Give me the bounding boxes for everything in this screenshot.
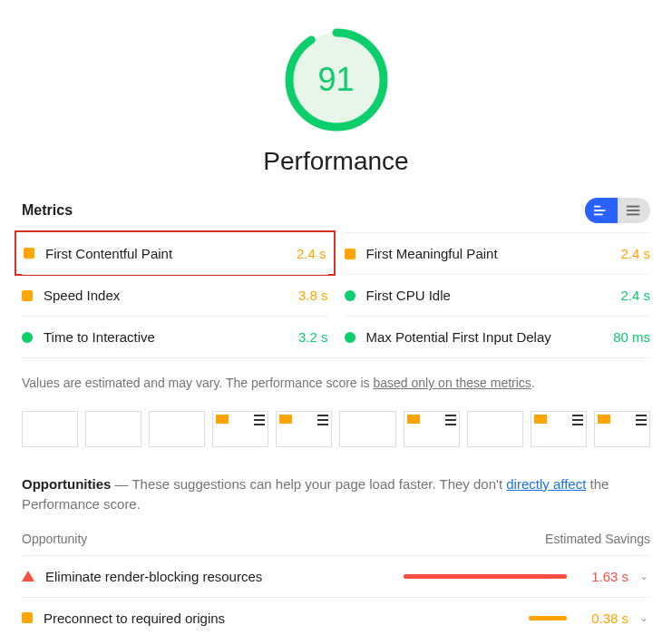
filmstrip-frame — [212, 411, 268, 447]
chevron-down-icon: ⌄ — [639, 611, 650, 624]
note-link[interactable]: based only on these metrics — [374, 376, 531, 390]
status-green-icon — [345, 290, 355, 301]
opportunity-row[interactable]: Preconnect to required origins0.38 s⌄ — [22, 597, 650, 635]
metrics-grid: First Contentful Paint2.4 sFirst Meaning… — [22, 232, 650, 357]
score-gauge: 91 — [282, 25, 391, 134]
metric-row[interactable]: Speed Index3.8 s — [22, 274, 328, 316]
view-detailed-button[interactable] — [618, 198, 650, 223]
metric-name: Time to Interactive — [44, 329, 155, 345]
filmstrip-frame — [594, 411, 650, 447]
metric-row[interactable]: First CPU Idle2.4 s — [345, 274, 651, 316]
metric-name: First Meaningful Paint — [366, 246, 498, 261]
opportunity-row[interactable]: Eliminate render-blocking resources1.63 … — [22, 555, 650, 597]
savings-bar-wrap — [385, 616, 567, 620]
chevron-down-icon: ⌄ — [639, 570, 650, 582]
metric-row[interactable]: First Meaningful Paint2.4 s — [345, 232, 651, 274]
opp-intro-link[interactable]: directly affect — [506, 476, 586, 492]
detailed-view-icon — [627, 205, 641, 216]
svg-rect-6 — [627, 210, 639, 211]
opportunities-intro: Opportunities — These suggestions can he… — [22, 474, 650, 515]
triangle-red-icon — [22, 571, 34, 581]
opp-intro-text: — These suggestions can help your page l… — [111, 476, 506, 492]
svg-rect-5 — [627, 206, 639, 208]
metric-name: Max Potential First Input Delay — [366, 329, 551, 345]
opportunity-name: Preconnect to required origins — [44, 611, 375, 626]
compact-view-icon — [594, 205, 609, 216]
metrics-note: Values are estimated and may vary. The p… — [22, 358, 650, 411]
note-suffix: . — [531, 376, 535, 390]
filmstrip-frame — [531, 411, 587, 447]
opportunity-name: Eliminate render-blocking resources — [45, 569, 375, 584]
status-orange-icon — [22, 612, 33, 623]
savings-bar-wrap — [385, 574, 567, 579]
metric-name: First Contentful Paint — [45, 246, 172, 261]
metric-name: Speed Index — [44, 288, 120, 303]
filmstrip-frame — [404, 411, 460, 447]
performance-gauge-section: 91 Performance — [22, 25, 650, 176]
metric-value: 80 ms — [613, 329, 650, 345]
filmstrip-frame — [85, 411, 141, 447]
svg-rect-3 — [594, 210, 605, 211]
filmstrip-frame — [22, 411, 78, 447]
view-toggle — [585, 198, 650, 223]
status-green-icon — [345, 332, 355, 343]
status-orange-icon — [22, 290, 33, 301]
status-orange-icon — [24, 248, 34, 259]
opportunities-heading: Opportunities — [22, 476, 111, 492]
svg-rect-7 — [627, 214, 639, 216]
metrics-heading: Metrics — [22, 202, 73, 219]
savings-bar — [404, 574, 567, 579]
status-orange-icon — [345, 249, 355, 259]
note-text: Values are estimated and may vary. The p… — [22, 376, 374, 390]
metric-row[interactable]: First Contentful Paint2.4 s — [15, 230, 336, 276]
savings-value: 0.38 s — [578, 611, 628, 626]
metric-value: 3.8 s — [298, 288, 328, 303]
savings-value: 1.63 s — [578, 569, 628, 584]
svg-rect-4 — [594, 214, 603, 216]
filmstrip-frame — [467, 411, 523, 447]
metric-value: 3.2 s — [298, 329, 328, 345]
score-value: 91 — [282, 25, 391, 134]
metric-value: 2.4 s — [297, 246, 326, 261]
filmstrip-frame — [339, 411, 395, 447]
filmstrip-frame — [276, 411, 332, 447]
metric-row[interactable]: Time to Interactive3.2 s — [22, 316, 328, 357]
opportunities-list: Eliminate render-blocking resources1.63 … — [22, 555, 650, 635]
opp-col-left: Opportunity — [22, 532, 87, 546]
savings-bar — [529, 616, 567, 620]
metric-value: 2.4 s — [620, 246, 650, 261]
metric-row[interactable]: Max Potential First Input Delay80 ms — [345, 316, 651, 357]
metric-value: 2.4 s — [620, 288, 650, 303]
gauge-title: Performance — [263, 147, 408, 176]
opportunities-columns: Opportunity Estimated Savings — [22, 532, 650, 555]
svg-rect-2 — [594, 206, 600, 208]
filmstrip-frame — [149, 411, 205, 447]
opp-col-right: Estimated Savings — [545, 532, 650, 546]
view-compact-button[interactable] — [585, 198, 618, 223]
metric-name: First CPU Idle — [366, 288, 451, 303]
filmstrip — [22, 411, 650, 447]
status-green-icon — [22, 332, 33, 343]
